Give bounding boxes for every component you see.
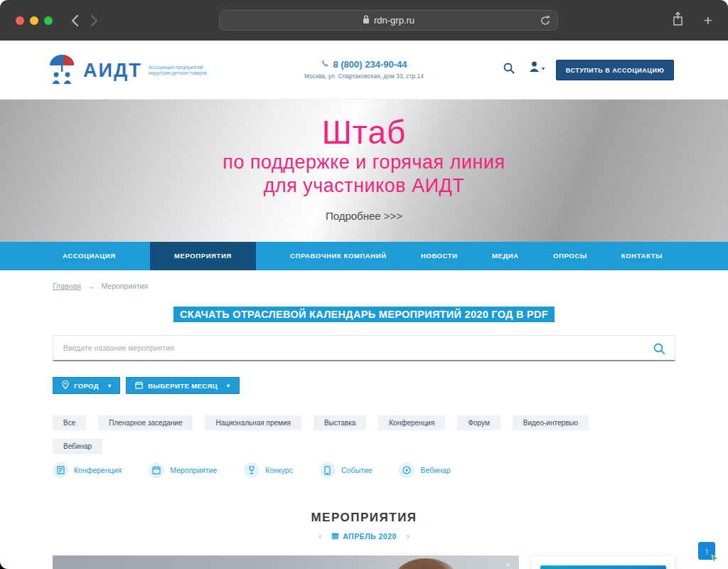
breadcrumb-current: Мероприятия — [101, 282, 148, 290]
conference-icon — [53, 462, 68, 478]
cursor-badge-icon — [710, 554, 719, 565]
month-navigator: ‹ АПРЕЛЬ 2020 › — [53, 531, 675, 541]
occasion-icon — [320, 462, 336, 478]
events-list: ≡ — [53, 555, 675, 569]
back-button[interactable] — [71, 14, 79, 27]
tag-video-interview[interactable]: Видео-интервью — [513, 415, 589, 430]
banner-title: Штаб — [0, 114, 728, 151]
nav-item-news[interactable]: НОВОСТИ — [421, 242, 458, 270]
user-account-menu[interactable]: ▾ — [529, 61, 545, 75]
location-pin-icon — [62, 381, 69, 390]
tag-exhibition[interactable]: Выставка — [314, 415, 366, 430]
promo-banner[interactable]: Штаб по поддержке и горячая линия для уч… — [0, 100, 728, 242]
window-controls — [16, 16, 53, 25]
lock-icon — [363, 15, 370, 26]
download-pdf-link[interactable]: СКАЧАТЬ ОТРАСЛЕВОЙ КАЛЕНДАРЬ МЕРОПРИЯТИЙ… — [173, 307, 555, 322]
current-month-button[interactable]: АПРЕЛЬ 2020 — [331, 532, 397, 541]
tag-all[interactable]: Все — [53, 415, 86, 430]
nav-item-events[interactable]: МЕРОПРИЯТИЯ — [150, 242, 256, 270]
page-title: МЕРОПРИЯТИЯ — [53, 511, 675, 525]
nav-item-media[interactable]: МЕДИА — [492, 242, 519, 270]
event-search-box — [53, 335, 675, 361]
up-arrow-icon: ↑ — [705, 546, 710, 556]
legend-contest[interactable]: Конкурс — [244, 462, 293, 478]
address-bar[interactable]: rdn-grp.ru — [219, 10, 558, 31]
event-icon — [149, 462, 164, 478]
nav-item-association[interactable]: АССОЦИАЦИЯ — [63, 242, 116, 270]
filter-buttons: ГОРОД ▾ ВЫБЕРИТЕ МЕСЯЦ ▾ — [53, 377, 675, 394]
tag-filters: Все Пленарное заседание Национальная пре… — [53, 415, 675, 454]
close-window-button[interactable] — [16, 16, 24, 25]
banner-more-link[interactable]: Подробнее >>> — [0, 210, 728, 222]
phone-link[interactable]: 8 (800) 234-90-44 — [321, 59, 407, 70]
legend-conference[interactable]: Конференция — [53, 462, 122, 478]
event-card-small[interactable] — [531, 555, 675, 569]
minimize-window-button[interactable] — [30, 16, 38, 25]
calendar-icon — [135, 381, 143, 390]
event-card-large[interactable]: ≡ — [53, 555, 519, 569]
site-header: АИДТ Ассоциация предприятийиндустрии дет… — [0, 41, 728, 100]
tag-national-award[interactable]: Национальная премия — [205, 415, 301, 430]
new-tab-button[interactable]: + — [704, 13, 712, 28]
forward-button[interactable] — [90, 14, 98, 27]
prev-month-button[interactable]: ‹ — [318, 531, 321, 541]
url-text: rdn-grp.ru — [374, 15, 414, 26]
fullscreen-window-button[interactable] — [44, 16, 53, 25]
webinar-icon — [399, 462, 414, 478]
event-photo-watermark: ≡ — [506, 561, 510, 568]
browser-toolbar: rdn-grp.ru + — [0, 0, 728, 41]
legend-event[interactable]: Мероприятие — [149, 462, 217, 478]
phone-number: 8 (800) 234-90-44 — [333, 59, 407, 70]
calendar-icon — [331, 532, 339, 541]
event-photo — [394, 558, 458, 569]
chevron-down-icon: ▾ — [542, 65, 545, 72]
back-to-top-button[interactable]: ↑ — [698, 542, 715, 560]
banner-line-2: по поддержке и горячая линия — [0, 151, 728, 174]
breadcrumb-arrow-icon: → — [87, 282, 95, 290]
reload-icon[interactable] — [540, 14, 551, 29]
contest-icon — [244, 462, 259, 478]
event-card-banner — [540, 565, 666, 569]
event-type-legend: Конференция Мероприятие Конкурс Событие — [53, 462, 675, 478]
breadcrumb: Главная → Мероприятия — [53, 282, 675, 290]
pdf-calendar-line: СКАЧАТЬ ОТРАСЛЕВОЙ КАЛЕНДАРЬ МЕРОПРИЯТИЙ… — [53, 308, 675, 321]
legend-webinar[interactable]: Вебинар — [399, 462, 450, 478]
month-filter-button[interactable]: ВЫБЕРИТЕ МЕСЯЦ ▾ — [126, 377, 239, 394]
phone-icon — [321, 59, 329, 70]
user-icon — [529, 61, 540, 75]
search-icon[interactable] — [503, 63, 515, 77]
chevron-down-icon: ▾ — [227, 383, 230, 389]
event-search-input[interactable] — [53, 336, 675, 360]
legend-occasion[interactable]: Событие — [320, 462, 373, 478]
nav-item-surveys[interactable]: ОПРОСЫ — [553, 242, 587, 270]
join-association-button[interactable]: ВСТУПИТЬ В АССОЦИАЦИЮ — [556, 60, 674, 80]
search-submit-icon[interactable] — [653, 343, 665, 358]
next-month-button[interactable]: › — [407, 531, 410, 541]
share-icon[interactable] — [672, 11, 684, 29]
breadcrumb-home[interactable]: Главная — [53, 282, 81, 290]
tag-webinar[interactable]: Вебинар — [53, 439, 102, 454]
tag-conference[interactable]: Конференция — [378, 415, 445, 430]
city-filter-button[interactable]: ГОРОД ▾ — [53, 377, 120, 394]
nav-item-contacts[interactable]: КОНТАКТЫ — [621, 242, 663, 270]
browser-window: rdn-grp.ru + — [0, 0, 728, 569]
tag-forum[interactable]: Форум — [457, 415, 500, 430]
banner-line-3: для участников АИДТ — [0, 174, 728, 198]
tag-plenary[interactable]: Пленарное заседание — [98, 415, 193, 430]
chevron-down-icon: ▾ — [108, 383, 111, 389]
nav-item-company-directory[interactable]: СПРАВОЧНИК КОМПАНИЙ — [290, 242, 387, 270]
main-navigation: АССОЦИАЦИЯ МЕРОПРИЯТИЯ СПРАВОЧНИК КОМПАН… — [0, 242, 728, 270]
